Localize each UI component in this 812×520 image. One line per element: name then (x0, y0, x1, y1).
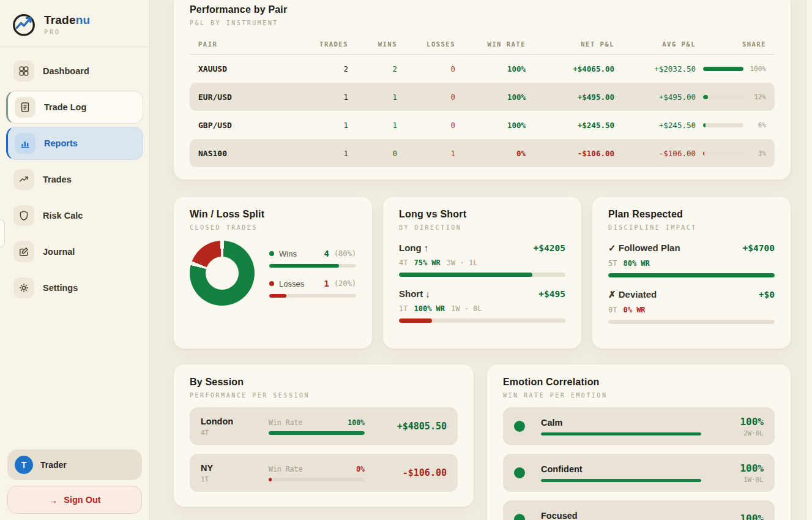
sign-out-label: Sign Out (64, 495, 100, 505)
sidebar-item-label: Dashboard (43, 66, 89, 76)
main-content: Performance by Pair P&L BY INSTRUMENT PA… (150, 0, 812, 520)
user-name: Trader (40, 460, 67, 470)
table-row: NAS100 1 0 1 0% -$106.00 -$106.00 3% (190, 139, 775, 167)
short-stat: Short ↓ +$495 1T 100% WR 1W · 0L (399, 288, 565, 323)
winloss-donut-chart (190, 241, 255, 306)
sidebar-footer: T Trader → Sign Out (0, 450, 149, 520)
deviated-stat: ✗ Deviated +$0 0T 0% WR (608, 289, 775, 324)
scrollbar-track[interactable] (806, 0, 812, 520)
card-title: Emotion Correlation (503, 377, 775, 388)
brand-text: Tradenu PRO (44, 13, 90, 36)
emotion-winrate-bar (541, 432, 701, 435)
pair-cell: EUR/USD (198, 92, 281, 102)
session-winrate-bar (269, 478, 365, 481)
edit-icon (13, 241, 34, 262)
wins-dot-icon (269, 251, 274, 256)
sidebar-item-dashboard[interactable]: Dashboard (6, 55, 143, 88)
stats-row: Win / Loss Split CLOSED TRADES Wins 4 (8… (173, 196, 791, 349)
short-bar (399, 318, 565, 323)
tradenu-logo-icon (11, 12, 37, 37)
user-chip[interactable]: T Trader (7, 450, 142, 480)
emotion-dot-icon (514, 421, 525, 432)
column-header: WIN RATE (455, 40, 526, 48)
table-row: GBP/USD 1 1 0 100% +$245.50 +$245.50 6% (190, 111, 775, 139)
brand-name: Tradenu (44, 13, 90, 27)
winloss-legend: Wins 4 (80%) Losses 1 (20%) (269, 249, 356, 298)
arrow-right-icon: → (48, 495, 58, 505)
session-row-ny: NY 1T Win Rate 0% -$106.00 (190, 454, 458, 492)
card-subtitle: PERFORMANCE PER SESSION (190, 392, 458, 399)
sidebar-item-reports[interactable]: Reports (6, 127, 143, 160)
pair-cell: XAUUSD (198, 64, 281, 73)
sidebar-item-label: Trade Log (44, 102, 86, 112)
bar-chart-icon (15, 133, 35, 154)
share-bar (703, 151, 743, 156)
avatar: T (15, 456, 33, 474)
long-bar (399, 273, 565, 277)
check-icon: ✓ (608, 243, 616, 253)
sidebar-item-trades[interactable]: Trades (6, 163, 143, 196)
emotion-row-confident: Confident 100% 1W·0L (503, 454, 775, 492)
deviated-bar (608, 320, 775, 324)
x-icon: ✗ (608, 289, 616, 300)
brand-header: Tradenu PRO (0, 0, 149, 47)
column-header: WINS (348, 40, 397, 48)
sign-out-button[interactable]: → Sign Out (7, 486, 142, 514)
share-cell: 3% (696, 149, 766, 157)
share-cell: 6% (696, 121, 766, 129)
pair-cell: NAS100 (198, 149, 281, 158)
up-arrow-icon: ↑ (424, 243, 429, 253)
document-icon (15, 97, 35, 118)
sidebar-item-journal[interactable]: Journal (6, 235, 143, 268)
emotion-row-calm: Calm 100% 2W·0L (503, 407, 775, 445)
card-title: Win / Loss Split (190, 209, 356, 220)
card-title: Long vs Short (399, 209, 565, 220)
emotion-correlation-card: Emotion Correlation WIN RATE PER EMOTION… (486, 364, 791, 520)
followed-plan-bar (608, 273, 775, 277)
sidebar-nav: Dashboard Trade Log Reports Trades Risk … (0, 47, 149, 304)
column-header: SHARE (696, 40, 766, 48)
plan-respected-card: Plan Respected DISCIPLINE IMPACT ✓ Follo… (592, 196, 791, 349)
sidebar-item-label: Reports (44, 138, 78, 148)
losses-dot-icon (269, 281, 274, 286)
long-vs-short-card: Long vs Short BY DIRECTION Long ↑ +$4205… (382, 196, 582, 349)
sidebar-item-trade-log[interactable]: Trade Log (6, 91, 143, 124)
sidebar-item-risk-calc[interactable]: Risk Calc (6, 199, 143, 232)
down-arrow-icon: ↓ (425, 288, 430, 299)
emotion-dot-icon (514, 514, 525, 520)
sidebar-item-label: Risk Calc (43, 211, 83, 220)
card-subtitle: P&L BY INSTRUMENT (190, 20, 775, 26)
brand-tier: PRO (44, 29, 90, 36)
sidebar-item-label: Journal (43, 247, 75, 257)
sidebar: Tradenu PRO Dashboard Trade Log Reports (0, 0, 150, 520)
column-header: PAIR (198, 40, 281, 48)
sidebar-item-settings[interactable]: Settings (6, 271, 143, 304)
sidebar-collapse-handle[interactable] (0, 219, 5, 247)
card-subtitle: BY DIRECTION (399, 224, 565, 231)
win-loss-split-card: Win / Loss Split CLOSED TRADES Wins 4 (8… (173, 196, 373, 349)
table-row: EUR/USD 1 1 0 100% +$495.00 +$495.00 12% (190, 83, 775, 111)
session-row-london: London 4T Win Rate 100% +$4805.50 (190, 407, 458, 445)
column-header: TRADES (281, 40, 348, 48)
share-cell: 100% (696, 65, 766, 73)
table-row: XAUUSD 2 2 0 100% +$4065.00 +$2032.50 10… (190, 55, 775, 83)
gear-icon (13, 277, 34, 298)
trend-up-icon (13, 169, 34, 190)
share-cell: 12% (696, 93, 766, 101)
card-subtitle: WIN RATE PER EMOTION (503, 392, 775, 399)
card-title: Plan Respected (608, 209, 775, 220)
column-header: LOSSES (397, 40, 455, 48)
long-stat: Long ↑ +$4205 4T 75% WR 3W · 1L (399, 243, 565, 277)
share-bar (703, 67, 743, 71)
card-title: By Session (190, 377, 458, 388)
legend-losses: Losses 1 (20%) (269, 279, 356, 298)
table-header: PAIR TRADES WINS LOSSES WIN RATE NET P&L… (190, 34, 775, 55)
share-bar (703, 123, 743, 127)
by-session-card: By Session PERFORMANCE PER SESSION Londo… (173, 364, 474, 507)
share-bar (703, 95, 743, 99)
sidebar-item-label: Settings (43, 283, 78, 293)
session-winrate-bar (269, 431, 365, 435)
card-subtitle: DISCIPLINE IMPACT (608, 224, 775, 231)
column-header: NET P&L (526, 40, 614, 48)
pair-cell: GBP/USD (198, 121, 281, 130)
